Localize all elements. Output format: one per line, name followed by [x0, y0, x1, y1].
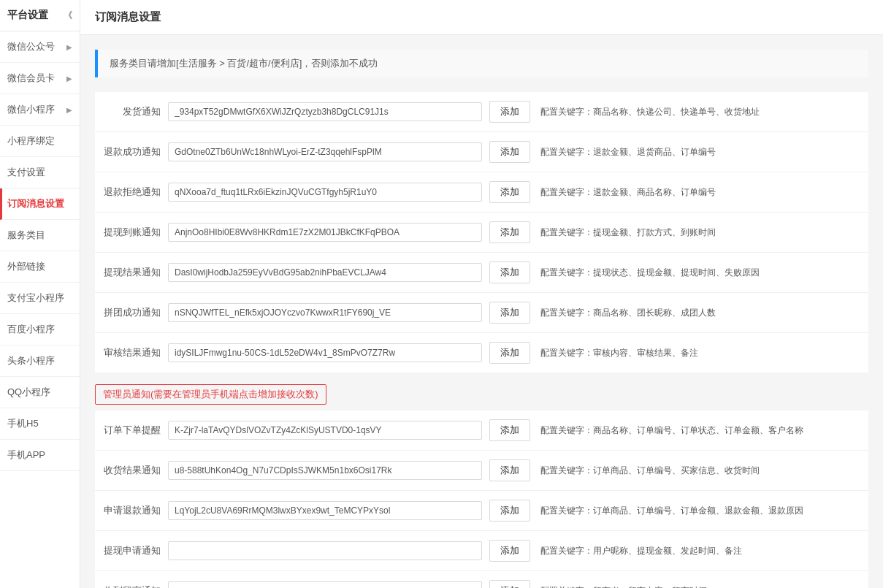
add-button[interactable]: 添加 [489, 101, 530, 123]
sidebar-item-arrow-1: ▶ [66, 75, 72, 83]
row-config: 配置关键字：订单商品、订单编号、订单金额、退款金额、退款原因 [540, 505, 861, 517]
sidebar-item-9[interactable]: 百度小程序 [0, 314, 80, 345]
row-config: 配置关键字：商品名称、团长昵称、成团人数 [540, 307, 861, 319]
row-label: 收货结果通知 [102, 464, 168, 477]
notice-bar: 服务类目请增加[生活服务 > 百货/超市/便利店]，否则添加不成功 [95, 50, 868, 77]
table-row: 退款成功通知添加配置关键字：退款金额、退货商品、订单编号 [95, 132, 868, 172]
row-config: 配置关键字：商品名称、订单编号、订单状态、订单金额、客户名称 [540, 424, 861, 437]
row-config: 配置关键字：留言者、留言内容、留言时间 [540, 585, 861, 589]
sidebar-nav: 微信公众号▶微信会员卡▶微信小程序▶小程序绑定支付设置订阅消息设置服务类目外部链… [0, 31, 80, 588]
sidebar-item-label-10: 头条小程序 [7, 354, 55, 367]
sidebar-item-4[interactable]: 支付设置 [0, 157, 80, 188]
table-row: 提现结果通知添加配置关键字：提现状态、提现金额、提现时间、失败原因 [95, 253, 868, 293]
sidebar-item-label-0: 微信公众号 [7, 40, 55, 53]
row-label: 提现到账通知 [102, 226, 168, 239]
sidebar-item-label-13: 手机APP [7, 448, 45, 462]
sidebar-item-label-7: 外部链接 [7, 260, 45, 273]
row-input[interactable] [168, 263, 482, 282]
collapse-icon[interactable]: 《 [64, 9, 72, 22]
row-label: 退款拒绝通知 [102, 186, 168, 199]
table-row: 订单下单提醒添加配置关键字：商品名称、订单编号、订单状态、订单金额、客户名称 [95, 411, 868, 451]
row-label: 发货通知 [102, 105, 168, 118]
sidebar-item-arrow-0: ▶ [66, 43, 72, 51]
sidebar-item-1[interactable]: 微信会员卡▶ [0, 63, 80, 94]
row-input[interactable] [168, 102, 482, 121]
row-config: 配置关键字：提现状态、提现金额、提现时间、失败原因 [540, 267, 861, 279]
row-input[interactable] [168, 303, 482, 322]
regular-settings-table: 发货通知添加配置关键字：商品名称、快递公司、快递单号、收货地址退款成功通知添加配… [95, 92, 868, 373]
table-row: 收到留言通知添加配置关键字：留言者、留言内容、留言时间 [95, 571, 868, 588]
table-row: 收货结果通知添加配置关键字：订单商品、订单编号、买家信息、收货时间 [95, 451, 868, 491]
sidebar-item-label-8: 支付宝小程序 [7, 291, 64, 305]
sidebar-item-8[interactable]: 支付宝小程序 [0, 283, 80, 314]
add-button[interactable]: 添加 [489, 419, 530, 441]
sidebar-title: 平台设置 [7, 9, 48, 22]
sidebar-item-7[interactable]: 外部链接 [0, 251, 80, 283]
table-row: 拼团成功通知添加配置关键字：商品名称、团长昵称、成团人数 [95, 293, 868, 333]
row-config: 配置关键字：审核内容、审核结果、备注 [540, 347, 861, 359]
row-label: 审核结果通知 [102, 346, 168, 359]
sidebar-item-label-2: 微信小程序 [7, 103, 55, 116]
add-button[interactable]: 添加 [489, 342, 530, 364]
add-button[interactable]: 添加 [489, 459, 530, 481]
table-row: 提现到账通知添加配置关键字：提现金额、打款方式、到账时间 [95, 213, 868, 253]
sidebar-item-label-1: 微信会员卡 [7, 72, 55, 85]
sidebar-item-5[interactable]: 订阅消息设置 [0, 188, 80, 220]
sidebar: 平台设置 《 微信公众号▶微信会员卡▶微信小程序▶小程序绑定支付设置订阅消息设置… [0, 0, 80, 588]
main-area: 订阅消息设置 服务类目请增加[生活服务 > 百货/超市/便利店]，否则添加不成功… [80, 0, 883, 588]
row-input[interactable] [168, 142, 482, 161]
sidebar-item-13[interactable]: 手机APP [0, 440, 80, 471]
row-config: 配置关键字：订单商品、订单编号、买家信息、收货时间 [540, 465, 861, 477]
row-config: 配置关键字：退款金额、退货商品、订单编号 [540, 146, 861, 159]
sidebar-item-arrow-2: ▶ [66, 106, 72, 114]
add-button[interactable]: 添加 [489, 141, 530, 163]
sidebar-item-0[interactable]: 微信公众号▶ [0, 31, 80, 63]
row-input[interactable] [168, 223, 482, 242]
sidebar-item-2[interactable]: 微信小程序▶ [0, 94, 80, 126]
row-label: 提现结果通知 [102, 266, 168, 279]
sidebar-item-6[interactable]: 服务类目 [0, 220, 80, 251]
sidebar-item-label-11: QQ小程序 [7, 386, 50, 399]
add-button[interactable]: 添加 [489, 261, 530, 283]
sidebar-item-label-3: 小程序绑定 [7, 134, 55, 148]
sidebar-item-label-5: 订阅消息设置 [7, 197, 64, 210]
row-input[interactable] [168, 343, 482, 362]
add-button[interactable]: 添加 [489, 221, 530, 243]
sidebar-item-3[interactable]: 小程序绑定 [0, 126, 80, 157]
row-config: 配置关键字：用户昵称、提现金额、发起时间、备注 [540, 545, 861, 557]
table-row: 发货通知添加配置关键字：商品名称、快递公司、快递单号、收货地址 [95, 92, 868, 132]
sidebar-item-12[interactable]: 手机H5 [0, 408, 80, 440]
row-config: 配置关键字：退款金额、商品名称、订单编号 [540, 186, 861, 199]
sidebar-header: 平台设置 《 [0, 0, 80, 31]
sidebar-item-10[interactable]: 头条小程序 [0, 345, 80, 377]
table-row: 退款拒绝通知添加配置关键字：退款金额、商品名称、订单编号 [95, 172, 868, 213]
content-area: 服务类目请增加[生活服务 > 百货/超市/便利店]，否则添加不成功 发货通知添加… [80, 35, 883, 588]
row-input[interactable] [168, 541, 482, 560]
table-row: 提现申请通知添加配置关键字：用户昵称、提现金额、发起时间、备注 [95, 531, 868, 571]
notice-text: 服务类目请增加[生活服务 > 百货/超市/便利店]，否则添加不成功 [110, 58, 378, 69]
row-config: 配置关键字：提现金额、打款方式、到账时间 [540, 226, 861, 239]
row-label: 申请退款通知 [102, 504, 168, 517]
add-button[interactable]: 添加 [489, 500, 530, 522]
row-label: 订单下单提醒 [102, 424, 168, 437]
add-button[interactable]: 添加 [489, 302, 530, 324]
row-input[interactable] [168, 461, 482, 480]
add-button[interactable]: 添加 [489, 580, 530, 588]
admin-section-label[interactable]: 管理员通知(需要在管理员手机端点击增加接收次数) [95, 384, 326, 405]
row-input[interactable] [168, 421, 482, 440]
row-input[interactable] [168, 183, 482, 202]
row-label: 拼团成功通知 [102, 306, 168, 319]
table-row: 审核结果通知添加配置关键字：审核内容、审核结果、备注 [95, 333, 868, 373]
page-title: 订阅消息设置 [80, 0, 883, 35]
add-button[interactable]: 添加 [489, 181, 530, 203]
sidebar-item-label-9: 百度小程序 [7, 323, 55, 336]
row-label: 收到留言通知 [102, 584, 168, 588]
row-label: 提现申请通知 [102, 544, 168, 557]
add-button[interactable]: 添加 [489, 540, 530, 562]
sidebar-item-11[interactable]: QQ小程序 [0, 377, 80, 408]
row-input[interactable] [168, 581, 482, 588]
sidebar-item-label-4: 支付设置 [7, 166, 45, 179]
row-config: 配置关键字：商品名称、快递公司、快递单号、收货地址 [540, 106, 861, 118]
sidebar-item-label-6: 服务类目 [7, 229, 45, 242]
row-input[interactable] [168, 501, 482, 520]
